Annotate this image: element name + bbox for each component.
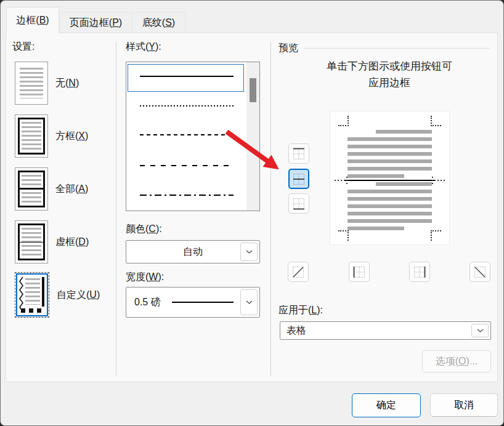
borders-tab-page: 设置: 无(N) 方框(X) 全部(A) 虚框(D) bbox=[6, 33, 498, 382]
diagonal-up-border-icon bbox=[292, 266, 304, 278]
setting-none-icon bbox=[15, 62, 48, 105]
right-border-button[interactable] bbox=[409, 262, 430, 282]
diagonal-up-border-button[interactable] bbox=[288, 262, 309, 282]
inside-horizontal-border-button[interactable] bbox=[288, 169, 309, 189]
color-dropdown-chevron[interactable] bbox=[240, 243, 258, 261]
top-border-button[interactable] bbox=[288, 143, 309, 164]
bottom-border-button[interactable] bbox=[288, 193, 309, 214]
chevron-down-icon bbox=[477, 329, 484, 332]
apply-to-label: 应用于(L): bbox=[278, 304, 323, 317]
preview-group-label: 预览 bbox=[278, 42, 298, 55]
chevron-down-icon bbox=[246, 250, 253, 254]
left-border-icon bbox=[353, 266, 365, 278]
color-label: 颜色(C): bbox=[126, 223, 162, 236]
width-line-sample bbox=[172, 302, 234, 303]
line-style-dash-dot[interactable] bbox=[140, 195, 234, 196]
diagonal-down-border-button[interactable] bbox=[469, 262, 490, 282]
setting-grid[interactable]: 虚框(D) bbox=[15, 219, 112, 265]
setting-box[interactable]: 方框(X) bbox=[15, 113, 112, 159]
cancel-button[interactable]: 取消 bbox=[430, 393, 498, 417]
color-dropdown[interactable]: 自动 bbox=[126, 240, 260, 263]
apply-to-dropdown-chevron[interactable] bbox=[471, 324, 489, 337]
inside-horizontal-border-icon bbox=[293, 173, 305, 185]
preview-page[interactable] bbox=[330, 111, 450, 245]
tab-page-border[interactable]: 页面边框(P) bbox=[59, 12, 132, 33]
style-list-scrollbar[interactable] bbox=[246, 62, 259, 211]
settings-label: 设置: bbox=[12, 41, 35, 54]
width-label: 宽度(W): bbox=[126, 271, 164, 284]
line-style-listbox[interactable] bbox=[126, 62, 260, 211]
ok-button[interactable]: 确定 bbox=[352, 393, 421, 417]
options-button[interactable]: 选项(O)... bbox=[422, 350, 491, 372]
setting-all-icon bbox=[15, 167, 48, 211]
scrollbar-thumb[interactable] bbox=[250, 78, 256, 102]
setting-all[interactable]: 全部(A) bbox=[15, 166, 112, 212]
width-dropdown[interactable]: 0.5 磅 bbox=[126, 287, 260, 318]
line-style-dashed-small[interactable] bbox=[140, 134, 234, 135]
preview-paragraph bbox=[348, 182, 432, 230]
bottom-border-icon bbox=[293, 198, 305, 210]
corner-mark bbox=[338, 116, 349, 126]
applied-inside-horizontal-border bbox=[345, 180, 434, 181]
corner-mark bbox=[431, 230, 441, 241]
apply-to-value: 表格 bbox=[287, 324, 306, 337]
right-border-icon bbox=[413, 266, 426, 278]
width-dropdown-chevron[interactable] bbox=[240, 289, 258, 315]
left-border-button[interactable] bbox=[349, 262, 370, 282]
width-value: 0.5 磅 bbox=[134, 296, 161, 309]
divider bbox=[270, 42, 271, 376]
setting-grid-icon bbox=[15, 220, 48, 263]
top-border-icon bbox=[293, 148, 305, 160]
setting-custom-icon bbox=[15, 272, 49, 318]
preview-paragraph bbox=[348, 130, 432, 178]
style-label: 样式(Y): bbox=[126, 41, 161, 54]
line-style-selected-item[interactable] bbox=[128, 64, 244, 92]
divider bbox=[116, 42, 116, 376]
corner-mark bbox=[431, 116, 441, 126]
corner-mark bbox=[338, 230, 349, 241]
tab-borders[interactable]: 边框(B) bbox=[6, 7, 59, 33]
color-value: 自动 bbox=[183, 246, 203, 259]
borders-and-shading-dialog: 边框(B) 页面边框(P) 底纹(S) 设置: 无(N) 方框(X) 全部(A)… bbox=[0, 0, 504, 426]
setting-none[interactable]: 无(N) bbox=[15, 60, 112, 106]
preview-instruction: 单击下方图示或使用按钮可 应用边框 bbox=[291, 58, 488, 91]
group-rule bbox=[304, 48, 490, 49]
line-style-solid[interactable] bbox=[140, 76, 234, 77]
setting-custom[interactable]: 自定义(U) bbox=[15, 272, 112, 318]
setting-box-icon bbox=[15, 115, 48, 158]
apply-to-dropdown[interactable]: 表格 bbox=[280, 321, 491, 340]
diagonal-down-border-icon bbox=[474, 266, 486, 278]
tab-shading[interactable]: 底纹(S) bbox=[132, 12, 185, 33]
line-style-dotted[interactable] bbox=[140, 105, 234, 107]
line-style-dashed-medium[interactable] bbox=[140, 165, 234, 166]
chevron-down-icon bbox=[246, 300, 253, 304]
